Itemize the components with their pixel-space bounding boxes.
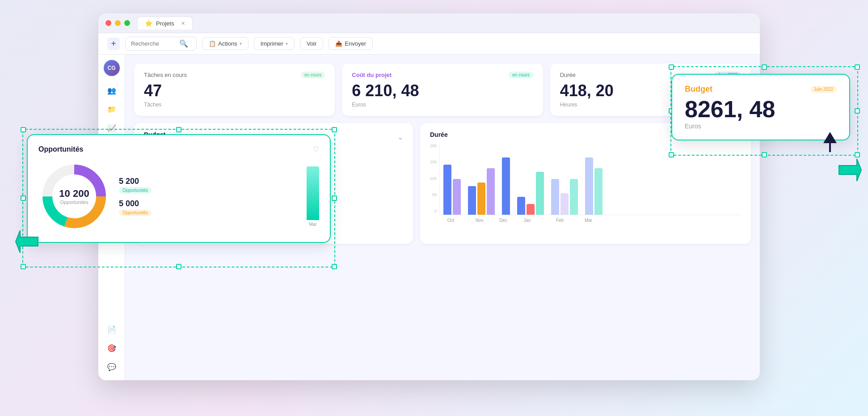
minimize-dot[interactable] bbox=[115, 20, 121, 26]
search-input[interactable] bbox=[131, 40, 176, 47]
x-label-nov: Nov bbox=[467, 218, 492, 223]
bar-group-oct bbox=[443, 165, 461, 215]
sidebar-icon-chart[interactable]: 📈 bbox=[104, 120, 120, 136]
view-button[interactable]: Voir bbox=[300, 37, 323, 50]
bar-nov-blue bbox=[468, 186, 476, 215]
opp-bar-label: Mar bbox=[309, 222, 316, 227]
opportunites-card: Opportunités ♡ 10 200 Opportunités bbox=[27, 134, 331, 243]
handle-budget-mr bbox=[855, 108, 860, 114]
x-label-feb: Feb bbox=[547, 218, 573, 223]
month-bars-feb bbox=[551, 179, 578, 215]
print-button[interactable]: Imprimer ▾ bbox=[254, 37, 295, 50]
bars-row bbox=[439, 144, 741, 215]
bars-area: Oct Nov Dec Jan Feb Mar bbox=[439, 144, 741, 223]
svg-marker-4 bbox=[16, 230, 38, 253]
doughnut-label: Opportunités bbox=[59, 200, 89, 205]
teal-arrow-left bbox=[13, 228, 40, 255]
opp-heart-icon[interactable]: ♡ bbox=[313, 145, 319, 153]
legend-item-0: 5 200 Opportunités bbox=[119, 177, 152, 194]
budget-card-subtitle: Euros bbox=[685, 123, 837, 130]
actions-label: Actions bbox=[218, 40, 237, 47]
handle-budget-tr bbox=[855, 64, 860, 70]
legend-value-1: 5 000 bbox=[119, 199, 152, 208]
bar-nov-orange bbox=[477, 183, 485, 215]
search-box[interactable]: 🔍 bbox=[125, 37, 197, 51]
card-title-cout: Coût du projet bbox=[352, 72, 392, 78]
bar-feb-teal bbox=[570, 179, 578, 215]
sidebar-icon-folder[interactable]: 📁 bbox=[104, 101, 120, 117]
budget-badge: Juin 2022 bbox=[810, 86, 837, 93]
y-tick-150: 150 bbox=[430, 160, 437, 164]
send-icon: 📤 bbox=[335, 40, 342, 47]
y-tick-200: 200 bbox=[430, 144, 437, 148]
bar-mar-blue bbox=[585, 157, 593, 215]
bar-oct-purple bbox=[453, 179, 461, 215]
search-icon: 🔍 bbox=[179, 39, 188, 48]
duree-chart-card: Durée 0 50 100 150 200 bbox=[420, 123, 751, 244]
bar-group-dec bbox=[502, 157, 510, 215]
send-button[interactable]: 📤 Envoyer bbox=[329, 37, 373, 50]
month-bars-mar bbox=[585, 157, 603, 215]
y-tick-100: 100 bbox=[430, 176, 437, 181]
bar-chart: 0 50 100 150 200 bbox=[430, 144, 741, 223]
send-label: Envoyer bbox=[345, 40, 366, 47]
stat-cards-row: Tâches en cours en cours 47 Tâches Coût … bbox=[134, 64, 751, 116]
stat-card-cout: Coût du projet en cours 6 210, 48 Euros bbox=[342, 64, 543, 116]
bar-group-mar bbox=[585, 157, 603, 215]
card-value-taches: 47 bbox=[144, 82, 325, 100]
month-bars-dec bbox=[502, 157, 510, 215]
legend-badge-0: Opportunités bbox=[119, 187, 152, 194]
y-tick-0: 0 bbox=[430, 209, 437, 213]
handle-budget-tc bbox=[762, 64, 767, 70]
actions-chevron: ▾ bbox=[240, 41, 242, 46]
bar-mar-teal bbox=[594, 168, 603, 215]
sidebar-icon-users[interactable]: 👥 bbox=[104, 82, 120, 98]
card-value-cout: 6 210, 48 bbox=[352, 82, 533, 100]
bar-group-jan bbox=[517, 172, 544, 215]
projets-tab[interactable]: ⭐ Projets ✕ bbox=[137, 17, 193, 30]
tab-close-icon[interactable]: ✕ bbox=[181, 21, 185, 26]
legend-badge-1: Opportunités bbox=[119, 209, 152, 216]
handle-tl bbox=[21, 127, 26, 132]
legend-item-1: 5 000 Opportunités bbox=[119, 199, 152, 216]
x-label-oct: Oct bbox=[442, 218, 459, 223]
print-label: Imprimer bbox=[261, 40, 283, 47]
avatar: CG bbox=[104, 60, 120, 76]
handle-bl bbox=[21, 264, 26, 269]
tab-label: Projets bbox=[156, 20, 174, 27]
title-bar: ⭐ Projets ✕ bbox=[98, 13, 760, 33]
badge-cout: en cours bbox=[509, 72, 533, 78]
bar-jan-red bbox=[527, 204, 535, 215]
add-button[interactable]: + bbox=[107, 38, 120, 50]
svg-marker-5 bbox=[839, 159, 861, 181]
budget-card-value: 8261, 48 bbox=[685, 98, 837, 121]
card-header-cout: Coût du projet en cours bbox=[352, 72, 533, 78]
sidebar-icon-target[interactable]: 🎯 bbox=[104, 340, 120, 356]
sidebar-icon-message[interactable]: 💬 bbox=[104, 359, 120, 375]
card-subtitle-cout: Euros bbox=[352, 102, 533, 108]
legend-value-0: 5 200 bbox=[119, 177, 152, 186]
month-bars-oct bbox=[443, 165, 461, 215]
toolbar: + 🔍 📋 Actions ▾ Imprimer ▾ Voir 📤 Envoye… bbox=[98, 33, 760, 55]
dark-arrow bbox=[821, 130, 839, 152]
bar-oct-blue bbox=[443, 165, 451, 215]
bar-nov-purple bbox=[487, 168, 495, 215]
legend-items: 5 200 Opportunités 5 000 Opportunités bbox=[119, 177, 152, 216]
bar-feb-purple bbox=[560, 193, 569, 215]
x-label-dec: Dec bbox=[499, 218, 507, 223]
y-tick-50: 50 bbox=[430, 192, 437, 197]
card-header-taches: Tâches en cours en cours bbox=[144, 72, 325, 78]
budget-chevron-icon[interactable]: ⌄ bbox=[397, 133, 403, 141]
card-title-duree: Durée bbox=[560, 72, 576, 78]
opp-title: Opportunités bbox=[38, 145, 83, 153]
doughnut-area: 10 200 Opportunités 5 200 Opportunités 5… bbox=[38, 161, 319, 232]
maximize-dot[interactable] bbox=[124, 20, 130, 26]
teal-arrow-right bbox=[837, 157, 864, 183]
close-dot[interactable] bbox=[105, 20, 111, 26]
opp-bar-area: Mar bbox=[307, 166, 319, 227]
actions-button[interactable]: 📋 Actions ▾ bbox=[202, 37, 249, 50]
tab-star-icon: ⭐ bbox=[145, 20, 152, 27]
bar-jan-teal bbox=[536, 172, 544, 215]
sidebar-icon-doc[interactable]: 📄 bbox=[104, 321, 120, 337]
doughnut-value: 10 200 bbox=[59, 188, 89, 200]
